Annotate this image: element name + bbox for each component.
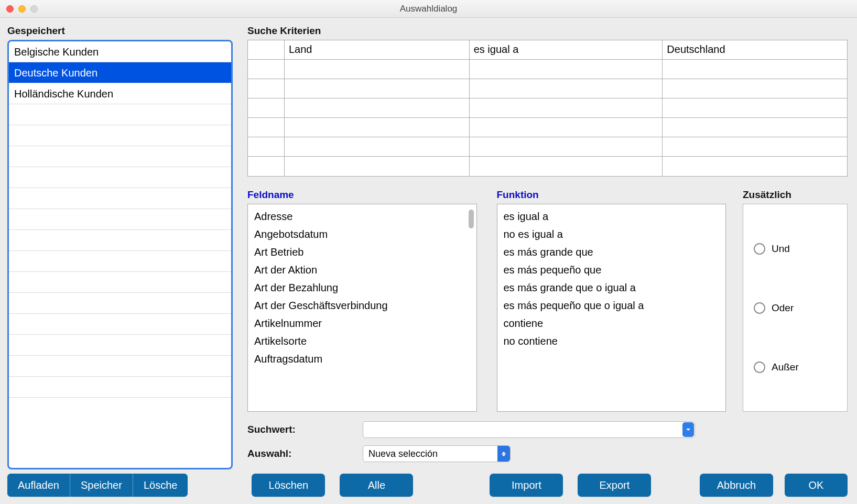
criteria-cell-value[interactable] [663, 60, 847, 79]
criteria-cell-op[interactable] [248, 40, 285, 59]
criteria-cell-op[interactable] [248, 137, 285, 156]
function-item[interactable]: es igual a [497, 207, 726, 225]
function-item[interactable]: es más pequeño que o igual a [497, 297, 726, 314]
criteria-cell-field[interactable] [285, 60, 470, 79]
criteria-cell-func[interactable] [470, 79, 663, 98]
ok-button[interactable]: OK [785, 474, 848, 497]
function-item[interactable]: es más grande que [497, 243, 726, 261]
fieldname-item[interactable]: Art der Aktion [248, 261, 476, 279]
criteria-cell-func[interactable] [470, 157, 663, 176]
criteria-row[interactable]: Landes igual aDeutschland [248, 40, 847, 60]
criteria-row[interactable] [248, 79, 847, 98]
criteria-cell-value[interactable]: Deutschland [663, 40, 847, 59]
criteria-cell-value[interactable] [663, 79, 847, 98]
criteria-row[interactable] [248, 118, 847, 137]
criteria-cell-field[interactable] [285, 98, 470, 117]
radio-label: Und [772, 243, 790, 255]
saved-item[interactable]: Belgische Kunden [9, 41, 231, 62]
criteria-cell-func[interactable]: es igual a [470, 40, 663, 59]
close-window-icon[interactable] [6, 5, 14, 13]
criteria-cell-op[interactable] [248, 60, 285, 79]
saved-item[interactable] [9, 335, 231, 356]
criteria-cell-value[interactable] [663, 157, 847, 176]
fieldname-item[interactable]: Auftragsdatum [248, 350, 476, 368]
function-item[interactable]: es más grande que o igual a [497, 279, 726, 297]
criteria-cell-func[interactable] [470, 60, 663, 79]
saved-item[interactable] [9, 146, 231, 167]
selection-combobox[interactable]: Nueva selección [363, 445, 511, 462]
criteria-cell-field[interactable] [285, 137, 470, 156]
radio-icon[interactable] [754, 243, 765, 255]
criteria-cell-op[interactable] [248, 98, 285, 117]
fieldname-list[interactable]: AdresseAngebotsdatumArt BetriebArt der A… [247, 204, 477, 412]
saved-item[interactable] [9, 125, 231, 146]
criteria-cell-func[interactable] [470, 137, 663, 156]
loeschen-button[interactable]: Löschen [252, 474, 325, 497]
searchvalue-combobox[interactable] [363, 421, 695, 438]
saved-item[interactable] [9, 251, 231, 272]
criteria-row[interactable] [248, 98, 847, 118]
selection-text: Nueva selección [368, 448, 438, 459]
chevron-down-icon[interactable] [682, 422, 694, 437]
function-title: Funktion [497, 189, 726, 201]
radio-option[interactable]: Und [754, 243, 837, 255]
saved-item[interactable] [9, 272, 231, 293]
saved-item[interactable] [9, 104, 231, 125]
function-list[interactable]: es igual ano es igual aes más grande que… [497, 204, 726, 412]
criteria-cell-field[interactable] [285, 118, 470, 137]
scrollbar-thumb[interactable] [469, 210, 474, 228]
function-item[interactable]: no contiene [497, 332, 726, 350]
radio-icon[interactable] [754, 302, 765, 314]
function-item[interactable]: contiene [497, 314, 726, 332]
criteria-row[interactable] [248, 137, 847, 157]
saved-item[interactable]: Deutsche Kunden [9, 62, 231, 83]
alle-button[interactable]: Alle [340, 474, 413, 497]
criteria-cell-value[interactable] [663, 118, 847, 137]
loesche-button[interactable]: Lösche [133, 474, 188, 497]
radio-icon[interactable] [754, 361, 765, 373]
saved-item[interactable] [9, 293, 231, 314]
criteria-cell-op[interactable] [248, 79, 285, 98]
saved-item[interactable] [9, 356, 231, 377]
fieldname-item[interactable]: Artikelsorte [248, 332, 476, 350]
saved-item[interactable] [9, 314, 231, 335]
fieldname-item[interactable]: Adresse [248, 207, 476, 225]
speicher-button[interactable]: Speicher [70, 474, 133, 497]
radio-option[interactable]: Außer [754, 361, 837, 373]
saved-item[interactable] [9, 230, 231, 251]
saved-list[interactable]: Belgische KundenDeutsche KundenHolländis… [7, 40, 233, 469]
fieldname-item[interactable]: Art der Bezahlung [248, 279, 476, 297]
criteria-cell-value[interactable] [663, 98, 847, 117]
import-button[interactable]: Import [490, 474, 563, 497]
fieldname-title: Feldname [247, 189, 477, 201]
saved-item[interactable] [9, 167, 231, 188]
fieldname-item[interactable]: Artikelnummer [248, 314, 476, 332]
criteria-cell-op[interactable] [248, 118, 285, 137]
function-item[interactable]: es más pequeño que [497, 261, 726, 279]
function-item[interactable]: no es igual a [497, 225, 726, 243]
fieldname-item[interactable]: Art Betrieb [248, 243, 476, 261]
radio-option[interactable]: Oder [754, 302, 837, 314]
chevron-updown-icon[interactable] [497, 446, 510, 462]
fieldname-item[interactable]: Angebotsdatum [248, 225, 476, 243]
criteria-table[interactable]: Landes igual aDeutschland [247, 40, 848, 177]
aufladen-button[interactable]: Aufladen [7, 474, 70, 497]
extra-group: UndOderAußer [743, 204, 848, 412]
saved-item[interactable]: Holländische Kunden [9, 83, 231, 104]
criteria-cell-field[interactable] [285, 79, 470, 98]
criteria-row[interactable] [248, 60, 847, 79]
saved-item[interactable] [9, 188, 231, 209]
saved-item[interactable] [9, 209, 231, 230]
criteria-cell-func[interactable] [470, 98, 663, 117]
criteria-cell-field[interactable] [285, 157, 470, 176]
criteria-cell-field[interactable]: Land [285, 40, 470, 59]
criteria-cell-func[interactable] [470, 118, 663, 137]
criteria-cell-value[interactable] [663, 137, 847, 156]
criteria-cell-op[interactable] [248, 157, 285, 176]
criteria-row[interactable] [248, 157, 847, 176]
saved-item[interactable] [9, 377, 231, 398]
abbruch-button[interactable]: Abbruch [700, 474, 773, 497]
minimize-window-icon[interactable] [18, 5, 26, 13]
export-button[interactable]: Export [578, 474, 651, 497]
fieldname-item[interactable]: Art der Geschäftsverbindung [248, 297, 476, 314]
